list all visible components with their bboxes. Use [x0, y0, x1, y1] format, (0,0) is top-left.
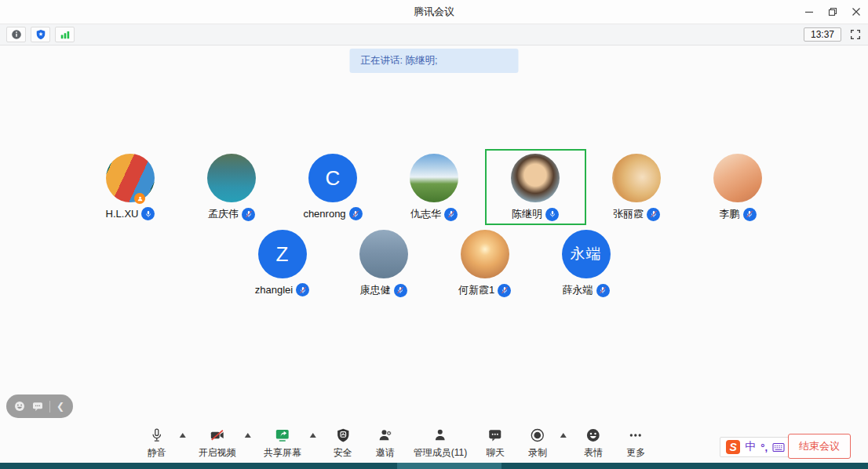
close-button[interactable]: [844, 0, 868, 24]
toolbar-invite-button[interactable]: 邀请: [371, 427, 399, 460]
participant-avatar: [106, 154, 155, 202]
toolbar-chat-button[interactable]: 聊天: [481, 427, 509, 460]
toolbar-item-label: 邀请: [376, 446, 395, 460]
chat-icon: [487, 427, 503, 444]
mic-muted-icon: [394, 284, 407, 297]
participant-grid: H.L.XU 孟庆伟: [0, 149, 868, 301]
participant-nameline: 仇志华: [410, 207, 458, 221]
microphone-icon: [149, 427, 165, 444]
chat-quick-icon[interactable]: [31, 400, 44, 413]
participant-cell[interactable]: 张丽霞: [586, 149, 687, 225]
taskbar-edge: [0, 463, 868, 469]
toolbar-more-button[interactable]: 更多: [622, 427, 650, 460]
participant-cell[interactable]: C chenrong: [283, 149, 384, 225]
invite-icon: [377, 427, 394, 444]
participant-cell[interactable]: 康忠健: [333, 225, 434, 301]
participant-nameline: 何新霞1: [458, 283, 511, 297]
toolbar-share-screen-button[interactable]: 共享屏幕: [264, 427, 301, 460]
participant-nameline: 康忠健: [360, 283, 407, 297]
participant-cell[interactable]: H.L.XU: [80, 149, 181, 225]
minimize-button[interactable]: [797, 0, 821, 24]
mic-muted-icon: [349, 207, 363, 220]
members-icon: [432, 427, 448, 444]
record-icon: [530, 427, 545, 444]
sogou-logo-icon[interactable]: S: [726, 440, 740, 454]
mic-muted-icon: [444, 208, 458, 221]
submenu-arrow-icon[interactable]: [180, 433, 186, 438]
participant-avatar: [713, 154, 762, 202]
participant-cell[interactable]: 何新霞1: [434, 225, 535, 301]
quick-reaction-panel: ❮: [6, 394, 73, 418]
fullscreen-icon[interactable]: [849, 28, 862, 41]
participant-row: Z zhanglei 康忠健: [0, 225, 868, 301]
toolbar-item-label: 共享屏幕: [264, 446, 301, 460]
signal-bars-icon: [60, 29, 71, 40]
topbar-right: 13:37: [804, 27, 862, 42]
submenu-arrow-icon[interactable]: [560, 433, 567, 438]
ime-language-mode[interactable]: 中: [745, 440, 756, 454]
mic-muted-icon: [296, 283, 309, 296]
participant-cell[interactable]: Z zhanglei: [232, 225, 333, 301]
participant-cell[interactable]: 仇志华: [384, 149, 485, 225]
toolbar-camera-off-button[interactable]: 开启视频: [199, 427, 236, 460]
mic-muted-icon: [647, 208, 660, 221]
keyboard-icon[interactable]: [772, 442, 785, 453]
status-icons: [6, 27, 75, 42]
meeting-security-status-button[interactable]: [31, 27, 50, 42]
participant-cell[interactable]: 陈继明: [485, 149, 586, 225]
participant-avatar: [612, 154, 661, 202]
toolbar-members-button[interactable]: 管理成员(11): [414, 427, 467, 460]
toolbar-security-shield-button[interactable]: 安全: [329, 427, 357, 460]
participant-name: 陈继明: [512, 207, 542, 221]
toolbar-microphone-button[interactable]: 静音: [143, 427, 171, 460]
participant-nameline: 薛永端: [563, 283, 610, 297]
participant-nameline: H.L.XU: [106, 207, 155, 220]
meeting-clock: 13:37: [804, 27, 841, 42]
toolbar-item-label: 安全: [334, 446, 352, 460]
toolbar-item-label: 静音: [148, 446, 166, 460]
submenu-arrow-icon[interactable]: [310, 433, 316, 438]
share-screen-icon: [274, 427, 291, 444]
participant-nameline: 张丽霞: [613, 207, 660, 221]
participant-avatar: [207, 154, 256, 202]
ime-punctuation-mode[interactable]: °,: [760, 442, 768, 453]
end-meeting-button[interactable]: 结束会议: [788, 434, 851, 459]
now-speaking-banner: 正在讲话: 陈继明;: [350, 49, 519, 73]
camera-off-icon: [209, 427, 226, 444]
participant-avatar: [511, 154, 560, 202]
more-icon: [628, 427, 644, 444]
mic-muted-icon: [596, 284, 610, 297]
ime-toolbar: S 中 °,: [720, 437, 791, 457]
participant-cell[interactable]: 李鹏: [687, 149, 789, 225]
mic-muted-icon: [498, 284, 511, 297]
participant-name: 仇志华: [410, 207, 441, 221]
emoji-quick-icon[interactable]: [13, 400, 26, 413]
mic-muted-icon: [743, 208, 757, 221]
meeting-info-button[interactable]: [6, 27, 26, 42]
participant-name: 康忠健: [360, 283, 391, 297]
toolbar-emoji-button[interactable]: 表情: [579, 427, 607, 460]
participant-letter-avatar: Z: [258, 230, 307, 278]
toolbar-item-label: 更多: [626, 446, 645, 460]
toolbar-item-label: 聊天: [486, 446, 505, 460]
collapse-chevron-left-icon[interactable]: ❮: [56, 402, 65, 411]
mic-unmuted-icon: [545, 208, 559, 221]
participant-row: H.L.XU 孟庆伟: [0, 149, 868, 225]
participant-avatar: [461, 230, 509, 278]
participant-nameline: 孟庆伟: [208, 207, 255, 221]
info-icon: [11, 29, 22, 40]
network-quality-button[interactable]: [55, 27, 75, 42]
taskbar-active-segment: [397, 463, 501, 469]
restore-button[interactable]: [821, 0, 844, 24]
shield-icon: [35, 29, 46, 40]
participant-avatar: [410, 154, 458, 202]
participant-letter-avatar: C: [308, 154, 357, 202]
security-shield-icon: [335, 427, 350, 444]
participant-cell[interactable]: 孟庆伟: [181, 149, 283, 225]
mic-unmuted-icon: [141, 207, 155, 220]
toolbar-record-button[interactable]: 录制: [523, 427, 552, 460]
participant-avatar: [359, 230, 408, 278]
submenu-arrow-icon[interactable]: [245, 433, 251, 438]
participant-nameline: 李鹏: [720, 207, 757, 221]
participant-cell[interactable]: 永端 薛永端: [535, 225, 636, 301]
